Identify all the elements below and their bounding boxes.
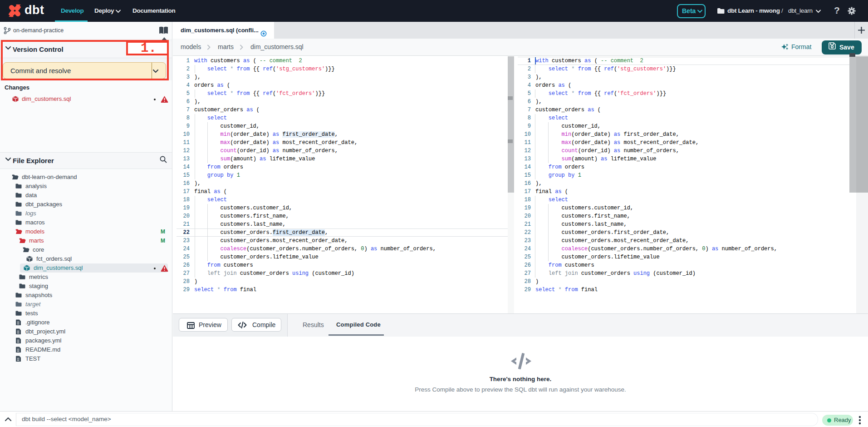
svg-text:?: ? xyxy=(834,6,840,15)
